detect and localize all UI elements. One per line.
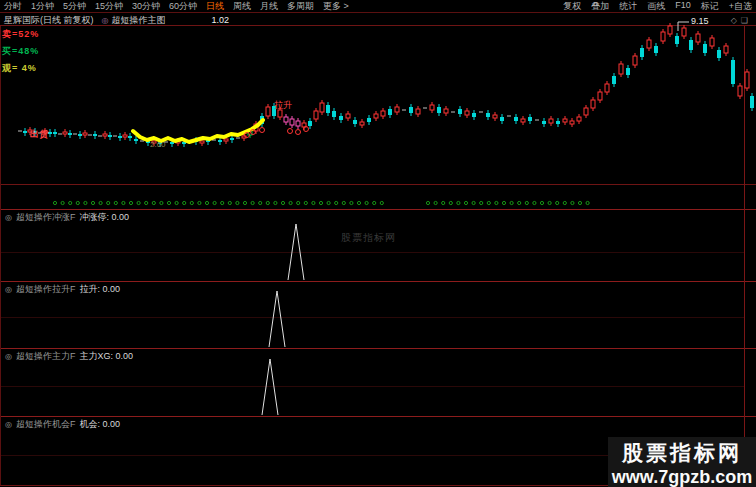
period-tab-10[interactable]: 更多 > <box>323 0 349 13</box>
window-icon[interactable]: ❏ <box>741 16 752 25</box>
toolbar: 分时1分钟5分钟15分钟30分钟60分钟日线周线月线多周期更多 > 复权叠加统计… <box>0 0 756 13</box>
period-tab-9[interactable]: 多周期 <box>287 0 314 13</box>
panel-dot-icon: ◎ <box>5 213 12 222</box>
period-tab-6[interactable]: 日线 <box>206 0 224 13</box>
inline-watermark: 股票指标网 <box>341 231 396 245</box>
toolbar-button-2[interactable]: 统计 <box>619 0 637 13</box>
panel-name: 超短操作主力F <box>16 350 76 363</box>
panel-name: 超短操作机会F <box>16 418 76 431</box>
toolbar-buttons: 复权叠加统计画线F10标记+自选 <box>563 0 752 13</box>
yellow-line-value-label: 2.60 <box>150 140 166 149</box>
sell-percent-label: 卖=52% <box>2 28 39 41</box>
instrument-title: 星辉国际(日线 前复权) <box>4 14 94 27</box>
watch-percent-label: 观= 4% <box>2 62 37 75</box>
title-bar: 星辉国际(日线 前复权) ◎ 超短操作主图 1.02 ◇❏ <box>0 14 756 26</box>
sell-signal-annotation: 出货 <box>30 128 48 141</box>
toolbar-button-0[interactable]: 复权 <box>563 0 581 13</box>
period-tab-2[interactable]: 5分钟 <box>63 0 86 13</box>
period-tab-1[interactable]: 1分钟 <box>31 0 54 13</box>
period-tab-8[interactable]: 月线 <box>260 0 278 13</box>
diamond-icon[interactable]: ◇ <box>731 16 741 25</box>
indicator-dot-icon: ◎ <box>102 16 109 25</box>
site-watermark: 股票指标网 www.7gpzb.com <box>608 437 756 487</box>
period-tab-3[interactable]: 15分钟 <box>95 0 123 13</box>
watermark-site-url: www.7gpzb.com <box>608 467 756 487</box>
watermark-site-name: 股票指标网 <box>608 439 756 467</box>
pullup-signal-annotation: 拉升 <box>274 99 292 112</box>
period-tab-5[interactable]: 60分钟 <box>169 0 197 13</box>
panel-dot-icon: ◎ <box>5 285 12 294</box>
buy-percent-label: 买=48% <box>2 45 39 58</box>
period-tab-0[interactable]: 分时 <box>4 0 22 13</box>
peak-price-label: 9.15 <box>691 16 709 26</box>
panel-value: 主力XG: 0.00 <box>79 350 133 363</box>
panel-value: 机会: 0.00 <box>79 418 120 431</box>
panel-label-jihui[interactable]: ◎ 超短操作机会F 机会: 0.00 <box>5 419 120 430</box>
panel-label-lasheng[interactable]: ◎ 超短操作拉升F 拉升: 0.00 <box>5 284 120 295</box>
toolbar-button-3[interactable]: 画线 <box>647 0 665 13</box>
panel-name: 超短操作拉升F <box>16 283 76 296</box>
panel-label-chongzhang[interactable]: ◎ 超短操作冲涨F 冲涨停: 0.00 <box>5 212 129 223</box>
panel-dot-icon: ◎ <box>5 352 12 361</box>
period-tabs: 分时1分钟5分钟15分钟30分钟60分钟日线周线月线多周期更多 > <box>4 0 349 13</box>
period-tab-4[interactable]: 30分钟 <box>132 0 160 13</box>
main-indicator-value: 1.02 <box>211 15 229 25</box>
panel-name: 超短操作冲涨F <box>16 211 76 224</box>
toolbar-button-5[interactable]: 标记 <box>701 0 719 13</box>
panel-value: 拉升: 0.00 <box>79 283 120 296</box>
panel-value: 冲涨停: 0.00 <box>79 211 129 224</box>
chart-window-icons[interactable]: ◇❏ <box>731 16 752 25</box>
toolbar-button-1[interactable]: 叠加 <box>591 0 609 13</box>
toolbar-button-6[interactable]: +自选 <box>729 0 752 13</box>
panel-label-zhuli[interactable]: ◎ 超短操作主力F 主力XG: 0.00 <box>5 351 133 362</box>
toolbar-button-4[interactable]: F10 <box>675 0 691 13</box>
app-window: 分时1分钟5分钟15分钟30分钟60分钟日线周线月线多周期更多 > 复权叠加统计… <box>0 0 756 487</box>
panel-dot-icon: ◎ <box>5 420 12 429</box>
main-indicator-name[interactable]: 超短操作主图 <box>111 14 165 27</box>
period-tab-7[interactable]: 周线 <box>233 0 251 13</box>
